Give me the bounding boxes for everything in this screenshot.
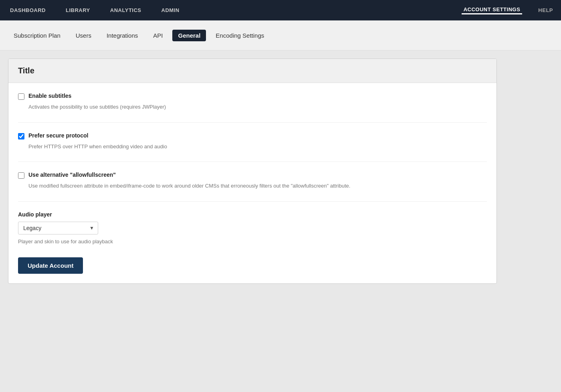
divider-1 [18,122,487,123]
prefer-secure-label[interactable]: Prefer secure protocol [28,132,88,139]
audio-player-select-wrapper: Legacy HTML5 Flash ▼ [18,222,98,234]
nav-account-settings[interactable]: ACCOUNT SETTINGS [462,6,523,14]
card-header: Title [8,59,496,83]
audio-player-description: Player and skin to use for audio playbac… [18,238,487,246]
top-nav-right: ACCOUNT SETTINGS HELP [462,6,553,14]
prefer-secure-row: Prefer secure protocol [18,132,487,139]
divider-3 [18,201,487,202]
subnav-users[interactable]: Users [70,30,97,41]
subnav-api[interactable]: API [147,30,168,41]
alt-fullscreen-label[interactable]: Use alternative "allowfullscreen" [28,172,116,178]
main-content: Title Enable subtitles Activates the pos… [0,51,505,292]
nav-library[interactable]: LIBRARY [64,7,92,13]
top-navigation: DASHBOARD LIBRARY ANALYTICS ADMIN ACCOUN… [0,0,561,20]
alt-fullscreen-description: Use modified fullscreen attribute in emb… [28,182,487,190]
nav-help[interactable]: HELP [538,7,553,13]
card-body: Enable subtitles Activates the possibili… [8,83,496,283]
audio-player-select[interactable]: Legacy HTML5 Flash [18,222,98,234]
enable-subtitles-section: Enable subtitles Activates the possibili… [18,93,487,111]
enable-subtitles-row: Enable subtitles [18,93,487,100]
alt-fullscreen-section: Use alternative "allowfullscreen" Use mo… [18,172,487,190]
prefer-secure-description: Prefer HTTPS over HTTP when embedding vi… [28,143,487,151]
update-account-button[interactable]: Update Account [18,257,83,274]
alt-fullscreen-row: Use alternative "allowfullscreen" [18,172,487,179]
audio-player-section: Audio player Legacy HTML5 Flash ▼ Player… [18,211,487,246]
nav-analytics[interactable]: ANALYTICS [108,7,143,13]
prefer-secure-section: Prefer secure protocol Prefer HTTPS over… [18,132,487,151]
subnav-encoding-settings[interactable]: Encoding Settings [210,30,270,41]
subnav-integrations[interactable]: Integrations [101,30,143,41]
enable-subtitles-checkbox[interactable] [18,93,24,100]
top-nav-left: DASHBOARD LIBRARY ANALYTICS ADMIN [8,7,462,13]
alt-fullscreen-checkbox[interactable] [18,172,24,179]
settings-card: Title Enable subtitles Activates the pos… [8,59,497,284]
enable-subtitles-description: Activates the possibility to use subtitl… [28,103,487,111]
card-title: Title [18,66,487,75]
enable-subtitles-label[interactable]: Enable subtitles [28,93,71,99]
subnav-subscription-plan[interactable]: Subscription Plan [8,30,66,41]
prefer-secure-checkbox[interactable] [18,133,24,139]
divider-2 [18,162,487,162]
nav-admin[interactable]: ADMIN [159,7,182,13]
subnav-general[interactable]: General [172,30,206,41]
nav-dashboard[interactable]: DASHBOARD [8,7,48,13]
audio-player-label: Audio player [18,211,487,218]
sub-navigation: Subscription Plan Users Integrations API… [0,20,561,51]
